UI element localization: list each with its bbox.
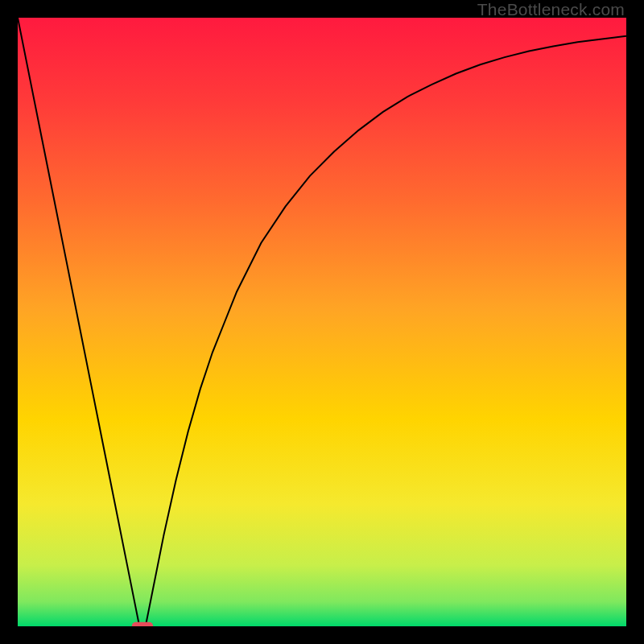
- bottleneck-chart: [18, 18, 626, 626]
- chart-frame: [18, 18, 626, 626]
- chart-background: [18, 18, 626, 626]
- minimum-marker: [132, 622, 153, 626]
- site-watermark: TheBottleneck.com: [477, 0, 625, 19]
